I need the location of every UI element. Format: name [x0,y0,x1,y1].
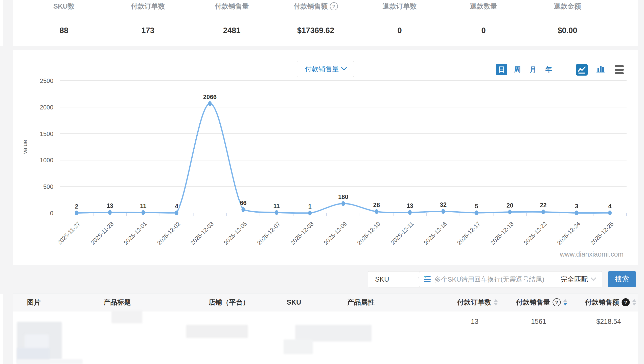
sku-search-group: 完全匹配 [419,271,602,287]
svg-text:66: 66 [240,199,247,206]
svg-text:2500: 2500 [40,77,53,84]
col-header-paid-orders[interactable]: 付款订单数 [457,293,498,311]
stat-refund-qty: 退款数量 0 [442,2,525,11]
row-divider [16,358,634,358]
chart-card: 付款销售量 日 周 月 年 [13,50,638,265]
stat-paid-orders: 付款订单数 173 [106,2,190,11]
sort-icons[interactable] [494,299,498,306]
col-header-attrs: 产品属性 [347,293,375,311]
svg-text:20: 20 [507,202,513,209]
stat-refund-amount: 退款金额 $0.00 [525,2,609,11]
redacted-sku [295,325,372,342]
svg-text:2025-12-22: 2025-12-22 [522,220,548,246]
svg-text:32: 32 [440,201,447,208]
stat-label: 付款销售量 [215,2,249,11]
multiline-filter-icon [423,275,431,283]
left-panel-edge-top [0,0,3,46]
svg-text:2025-12-01: 2025-12-01 [123,220,148,246]
redacted-title [111,311,142,323]
match-mode-value: 完全匹配 [561,275,588,284]
cell-paid-qty: 1561 [531,318,546,326]
svg-text:1000: 1000 [40,157,53,164]
svg-text:22: 22 [540,202,547,209]
svg-text:4: 4 [608,203,612,210]
stat-label: 退款订单数 [383,2,417,11]
sort-icons[interactable] [563,299,567,306]
search-field-select-value: SKU [375,276,389,283]
redacted-attrs [284,339,313,354]
svg-text:2025-12-09: 2025-12-09 [323,220,348,246]
svg-text:2025-12-05: 2025-12-05 [222,220,248,246]
results-table-card: 图片 产品标题 店铺（平台） SKU 产品属性 付款订单数 付款销售量 ? 付款… [13,293,638,364]
stat-refund-orders: 退款订单数 0 [358,2,442,11]
stat-paid-amount: 付款销售额 ? $17369.62 [274,2,358,11]
stat-value: $17369.62 [274,26,358,35]
svg-text:2025-12-24: 2025-12-24 [556,220,582,246]
svg-text:2066: 2066 [203,94,217,100]
chevron-down-icon [591,275,596,281]
svg-text:13: 13 [406,202,413,209]
sort-icons[interactable] [632,299,636,306]
cell-paid-amount: $218.54 [596,318,621,326]
svg-text:value: value [22,140,28,154]
svg-text:2025-12-16: 2025-12-16 [423,220,448,246]
svg-text:1500: 1500 [40,130,53,137]
svg-text:2025-11-27: 2025-11-27 [56,220,81,246]
stats-summary-card: SKU数 88 付款订单数 173 付款销售量 2481 付款销售额 ? $17… [13,0,638,46]
svg-text:11: 11 [273,202,280,209]
search-button[interactable]: 搜索 [608,271,636,287]
svg-text:2025-11-28: 2025-11-28 [89,220,115,246]
sales-chart[interactable]: 05001000150020002500value2025-11-272025-… [13,50,638,265]
stat-label: SKU数 [53,2,75,11]
stat-value: 2481 [190,26,274,35]
svg-text:500: 500 [43,183,53,190]
svg-text:2025-12-11: 2025-12-11 [389,220,415,246]
help-icon[interactable]: ? [330,2,338,10]
svg-text:2: 2 [75,203,78,210]
help-icon[interactable]: ? [622,298,630,306]
stat-value: 88 [22,26,106,35]
redacted-shop [186,325,248,338]
svg-text:2000: 2000 [40,104,53,111]
stat-label: 付款销售额 [294,2,328,11]
col-header-title: 产品标题 [104,293,131,311]
sku-search-input[interactable] [431,272,554,287]
stat-value: $0.00 [525,26,609,35]
svg-text:2025-12-07: 2025-12-07 [256,220,282,246]
match-mode-select[interactable]: 完全匹配 [554,271,602,287]
table-header-row: 图片 产品标题 店铺（平台） SKU 产品属性 付款订单数 付款销售量 ? 付款… [13,293,638,311]
col-header-shop: 店铺（平台） [209,293,249,311]
svg-text:1: 1 [308,203,311,210]
svg-text:0: 0 [50,210,53,217]
col-header-paid-qty[interactable]: 付款销售量 ? [516,293,567,311]
svg-text:3: 3 [575,203,578,210]
svg-text:2025-12-10: 2025-12-10 [356,220,382,246]
stat-value: 0 [442,26,525,35]
svg-text:2025-12-03: 2025-12-03 [189,220,215,246]
stat-value: 0 [358,26,442,35]
svg-text:28: 28 [373,201,380,208]
svg-text:13: 13 [106,202,113,209]
col-header-paid-amount[interactable]: 付款销售额 ? [585,293,636,311]
svg-text:2025-12-25: 2025-12-25 [589,220,615,246]
svg-text:2025-12-17: 2025-12-17 [456,220,481,246]
cell-paid-orders: 13 [471,318,478,326]
svg-text:5: 5 [475,203,478,210]
svg-text:2025-12-08: 2025-12-08 [289,220,315,246]
stat-label: 付款订单数 [131,2,165,11]
stat-label: 退款金额 [554,2,581,11]
stat-label: 退款数量 [470,2,497,11]
help-icon[interactable]: ? [553,298,561,306]
stat-paid-qty: 付款销售量 2481 [190,2,274,11]
svg-text:11: 11 [140,202,146,209]
col-header-sku: SKU [287,293,301,311]
redacted-next-row [17,359,83,364]
left-panel-edge-bottom [0,294,3,364]
svg-text:2025-12-18: 2025-12-18 [489,220,515,246]
svg-text:4: 4 [175,203,178,210]
watermark: www.dianxiaomi.com [544,251,624,258]
col-header-image: 图片 [27,293,41,311]
svg-text:180: 180 [338,193,348,200]
stat-sku-count: SKU数 88 [22,2,106,11]
svg-text:2025-12-02: 2025-12-02 [156,220,182,246]
